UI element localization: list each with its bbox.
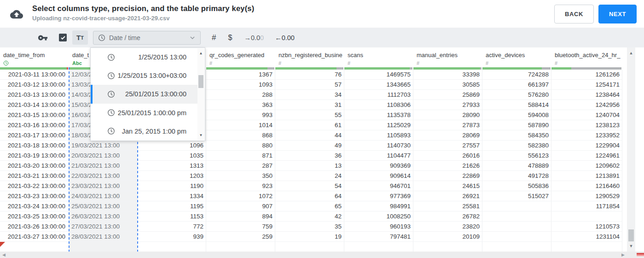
- cell[interactable]: 25/03/2021 13:00: [69, 201, 138, 211]
- format-option[interactable]: 25/01/2015 13:00:00: [91, 85, 197, 103]
- cell[interactable]: [69, 242, 138, 252]
- cell[interactable]: 1140730: [344, 141, 413, 151]
- column-header-manual_entries[interactable]: manual_entries#: [413, 47, 482, 67]
- cell[interactable]: 24/03/2021 13:00: [69, 191, 138, 201]
- column-header-date_time_from[interactable]: date_time_from: [0, 47, 69, 67]
- cell[interactable]: 22/03/2021 13:00: [69, 171, 138, 181]
- cell[interactable]: [206, 242, 275, 252]
- cell[interactable]: 1190: [138, 181, 206, 191]
- cell[interactable]: 880: [206, 141, 275, 151]
- cell[interactable]: 26016: [413, 151, 482, 161]
- cell[interactable]: 2021-03-18 13:00:00: [0, 141, 69, 151]
- cell[interactable]: 923: [206, 181, 275, 191]
- cell[interactable]: [482, 222, 551, 232]
- cell[interactable]: 1035: [138, 151, 206, 161]
- cell[interactable]: 25869: [413, 90, 482, 100]
- cell[interactable]: 1093: [206, 80, 275, 90]
- cell[interactable]: 44: [275, 130, 344, 141]
- cell[interactable]: 1367: [206, 70, 275, 80]
- cell[interactable]: 20109: [413, 232, 482, 242]
- cell[interactable]: 2021-03-23 13:00:00: [0, 191, 69, 201]
- cell[interactable]: 1224961: [551, 151, 622, 161]
- cell[interactable]: [413, 242, 482, 252]
- cell[interactable]: 34: [275, 90, 344, 100]
- column-header-scans[interactable]: scans#: [344, 47, 413, 67]
- cell[interactable]: 772: [138, 222, 206, 232]
- cell[interactable]: 1213891: [551, 171, 622, 181]
- cell[interactable]: 2021-03-24 13:00:00: [0, 201, 69, 211]
- cell[interactable]: 909369: [344, 161, 413, 171]
- cell[interactable]: 977369: [344, 191, 413, 201]
- cell[interactable]: [138, 242, 206, 252]
- cell[interactable]: 287: [206, 161, 275, 171]
- cell[interactable]: 25581: [413, 201, 482, 211]
- cell[interactable]: 759: [206, 222, 275, 232]
- cell[interactable]: 1242956: [551, 100, 622, 110]
- scroll-left-icon[interactable]: ◀: [2, 252, 6, 257]
- cell[interactable]: 1203: [138, 171, 206, 181]
- cell[interactable]: 960193: [344, 222, 413, 232]
- cell[interactable]: 1334: [138, 191, 206, 201]
- column-header-nzbn_registered_busine[interactable]: nzbn_registered_busine#: [275, 47, 344, 67]
- cell[interactable]: 49: [275, 141, 344, 151]
- cell[interactable]: 576280: [482, 90, 551, 100]
- cell[interactable]: 587890: [482, 120, 551, 130]
- cell[interactable]: [275, 242, 344, 252]
- cell[interactable]: 27/03/2021 13:00: [69, 222, 138, 232]
- cell[interactable]: 2021-03-27 13:00:00: [0, 232, 69, 242]
- cell[interactable]: 26782: [413, 211, 482, 222]
- scroll-up-icon[interactable]: ▲: [627, 51, 635, 55]
- format-option[interactable]: 1/25/2015 13:00: [91, 48, 197, 66]
- cell[interactable]: 36: [275, 151, 344, 161]
- cell[interactable]: 57: [275, 80, 344, 90]
- cell[interactable]: 1254171: [551, 80, 622, 90]
- cell[interactable]: 556123: [482, 151, 551, 161]
- cell[interactable]: 1104477: [344, 151, 413, 161]
- cell[interactable]: 661397: [482, 80, 551, 90]
- cell[interactable]: 24: [275, 171, 344, 181]
- next-button[interactable]: NEXT: [598, 5, 637, 23]
- cell[interactable]: [551, 211, 622, 222]
- cell[interactable]: 1171854: [551, 201, 622, 211]
- cell[interactable]: 1153: [138, 211, 206, 222]
- cell[interactable]: 491728: [482, 171, 551, 181]
- horizontal-scrollbar-thumb[interactable]: [637, 253, 644, 256]
- table-horizontal-scrollbar[interactable]: ◀ ▶: [0, 252, 644, 258]
- cell[interactable]: 1125029: [344, 120, 413, 130]
- cell[interactable]: 64: [275, 191, 344, 201]
- cell[interactable]: 871: [206, 151, 275, 161]
- cell[interactable]: 27933: [413, 100, 482, 110]
- cell[interactable]: 1008250: [344, 211, 413, 222]
- cell[interactable]: 22869: [413, 171, 482, 181]
- cell[interactable]: 55: [275, 110, 344, 120]
- cell[interactable]: 1216460: [551, 181, 622, 191]
- cell[interactable]: 54: [275, 181, 344, 191]
- cell[interactable]: 588414: [482, 100, 551, 110]
- cell[interactable]: 2021-03-21 13:00:00: [0, 171, 69, 181]
- cell[interactable]: [482, 201, 551, 211]
- dropdown-scrollbar[interactable]: ▲ ▼: [197, 48, 204, 140]
- dropdown-scrollbar-thumb[interactable]: [198, 75, 203, 88]
- cell[interactable]: 1238464: [551, 90, 622, 100]
- cell[interactable]: [482, 242, 551, 252]
- cell[interactable]: 1209602: [551, 161, 622, 171]
- cell[interactable]: 31: [275, 100, 344, 110]
- cell[interactable]: 2021-03-13 13:00:00: [0, 90, 69, 100]
- cell[interactable]: 1231104: [551, 232, 622, 242]
- cell[interactable]: [482, 232, 551, 242]
- scroll-up-icon[interactable]: ▲: [197, 51, 204, 55]
- cell[interactable]: 26/03/2021 13:00: [69, 211, 138, 222]
- vertical-scrollbar-thumb[interactable]: [628, 229, 634, 241]
- boolean-type-checkbox[interactable]: [59, 34, 67, 41]
- cell[interactable]: 1105893: [344, 130, 413, 141]
- cell[interactable]: 1072: [206, 191, 275, 201]
- number-type-button[interactable]: #: [212, 33, 216, 42]
- cell[interactable]: 594008: [482, 110, 551, 120]
- column-header-qr_codes_generated[interactable]: qr_codes_generated#: [206, 47, 275, 67]
- cell[interactable]: 2021-03-26 13:00:00: [0, 222, 69, 232]
- cell[interactable]: 1135378: [344, 110, 413, 120]
- increase-decimal-button[interactable]: →0.00: [244, 34, 264, 41]
- cell[interactable]: 1261266: [551, 70, 622, 80]
- cell[interactable]: 946701: [344, 181, 413, 191]
- cell[interactable]: 19/03/2021 13:00: [69, 141, 138, 151]
